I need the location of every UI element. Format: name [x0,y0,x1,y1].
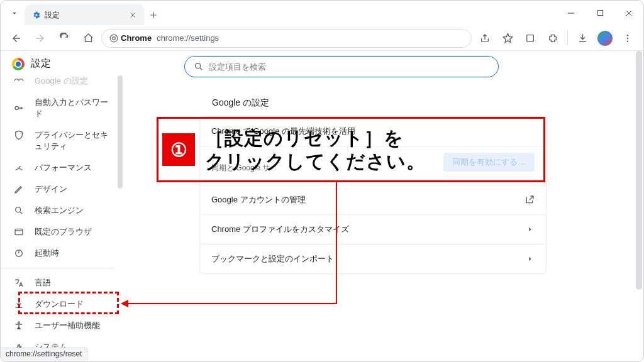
svg-rect-0 [597,10,602,15]
main-scrollbar[interactable] [636,51,642,361]
sidebar-item-downloads[interactable]: ダウンロード [1,293,124,315]
sidebar-scrollbar[interactable] [118,75,123,361]
svg-point-4 [627,35,628,36]
row-title: Google アカウントの管理 [211,194,525,206]
window-close-button[interactable] [614,1,643,25]
share-button[interactable] [474,28,496,48]
sidebar-item-label: ダウンロード [35,299,113,310]
star-icon [502,33,513,43]
window-controls [557,1,643,25]
svg-point-13 [196,63,201,69]
sidebar-item-default-browser[interactable]: 既定のブラウザ [1,221,124,243]
profile-avatar[interactable] [594,28,616,48]
extension-1-button[interactable] [519,28,541,48]
svg-point-11 [18,322,20,324]
reload-button[interactable] [53,28,75,48]
main-scrollbar-thumb[interactable] [636,51,642,290]
shield-icon [13,129,25,141]
row-manage-google-account[interactable]: Google アカウントの管理 [200,185,546,214]
chevron-down-icon [10,9,19,18]
settings-search-field[interactable] [209,62,489,72]
search-icon [13,205,25,216]
sidebar-item-privacy[interactable]: プライバシーとセキュリティ [1,124,124,157]
svg-point-1 [110,35,118,42]
row-customize-profile[interactable]: Chrome プロファイルをカスタマイズ [200,214,546,244]
row-import-bookmarks[interactable]: ブックマークと設定のインポート [200,244,546,273]
google-icon [13,75,25,87]
row-chrome-advanced-tech[interactable]: Chrome で Google の最先端技術を活用 [200,117,546,146]
sidebar-item-performance[interactable]: パフォーマンス [1,157,124,178]
forward-button[interactable] [30,28,51,48]
statusbar-url: chrome://settings/reset [1,348,87,361]
overflow-menu-button[interactable] [617,28,638,48]
avatar-icon [597,31,613,46]
open-external-icon [525,195,535,205]
close-icon [625,9,633,17]
toolbar-divider [567,31,568,45]
window-minimize-button[interactable] [557,1,586,25]
browser-tab-settings[interactable]: 設定 [25,4,144,26]
sidebar-item-label: ユーザー補助機能 [35,320,113,331]
sidebar-item-autofill[interactable]: 自動入力とパスワード [1,92,124,124]
back-button[interactable] [6,28,27,48]
tab-search-dropdown[interactable] [4,1,25,25]
chevron-right-icon [526,255,535,263]
svg-point-8 [16,207,21,212]
row-subtitle: 同期と Google サ [211,163,443,173]
home-icon [83,33,94,43]
svg-point-6 [627,40,628,41]
site-chip: Chrome [109,33,152,43]
sidebar-item-languages[interactable]: 言語 [1,272,124,293]
sidebar-item-label: 自動入力とパスワード [35,97,113,119]
browser-toolbar: Chrome chrome://settings [1,26,643,51]
row-sync[interactable]: 同期と Google サ 同期を有効にする… [200,146,546,185]
sidebar-item-on-startup[interactable]: 起動時 [1,243,124,264]
sidebar-item-label: 起動時 [35,248,113,259]
extension-icon [525,33,535,43]
settings-main: Google の設定 Chrome で Google の最先端技術を活用 同期と… [124,51,643,361]
row-title: Chrome プロファイルをカスタマイズ [211,224,526,235]
sidebar-divider [1,268,114,268]
address-bar[interactable]: Chrome chrome://settings [101,29,472,48]
svg-point-2 [113,36,116,40]
close-icon [129,11,136,19]
enable-sync-button[interactable]: 同期を有効にする… [443,153,535,172]
url-text: chrome://settings [157,33,219,43]
sidebar-title: 設定 [31,57,51,70]
translate-icon [13,277,25,288]
gear-icon [32,11,41,19]
site-chip-label: Chrome [121,33,152,43]
browser-icon [13,226,25,238]
tab-close-button[interactable] [129,11,136,19]
puzzle-icon [548,33,558,43]
row-title: ブックマークと設定のインポート [211,253,526,265]
bookmark-button[interactable] [497,28,518,48]
new-tab-button[interactable] [144,4,163,25]
arrow-right-icon [35,33,46,44]
power-icon [13,248,25,259]
section-title-google: Google の設定 [212,97,643,109]
home-button[interactable] [77,28,99,48]
key-icon [13,102,25,114]
download-icon [577,33,588,43]
sidebar-scrollbar-thumb[interactable] [118,75,123,189]
svg-rect-3 [527,35,534,41]
chevron-right-icon [526,225,535,234]
sidebar-item-label: プライバシーとセキュリティ [35,129,113,152]
svg-rect-9 [15,229,23,235]
sidebar-header: 設定 [1,51,124,75]
sidebar-item-accessibility[interactable]: ユーザー補助機能 [1,315,124,336]
extension-2-button[interactable] [542,28,564,48]
sidebar-item-search-engine[interactable]: 検索エンジン [1,200,124,221]
kebab-icon [623,33,633,43]
chrome-logo-icon [12,58,25,70]
downloads-button[interactable] [572,28,593,48]
sidebar-item-label: Google の設定 [35,75,113,87]
tab-title: 設定 [45,10,60,21]
sidebar-item-appearance[interactable]: デザイン [1,178,124,200]
settings-search-input[interactable] [184,56,499,77]
google-settings-card: Chrome で Google の最先端技術を活用 同期と Google サ 同… [199,116,547,274]
sidebar-item-google-settings[interactable]: Google の設定 [1,75,124,92]
window-maximize-button[interactable] [586,1,614,25]
share-icon [480,33,490,43]
